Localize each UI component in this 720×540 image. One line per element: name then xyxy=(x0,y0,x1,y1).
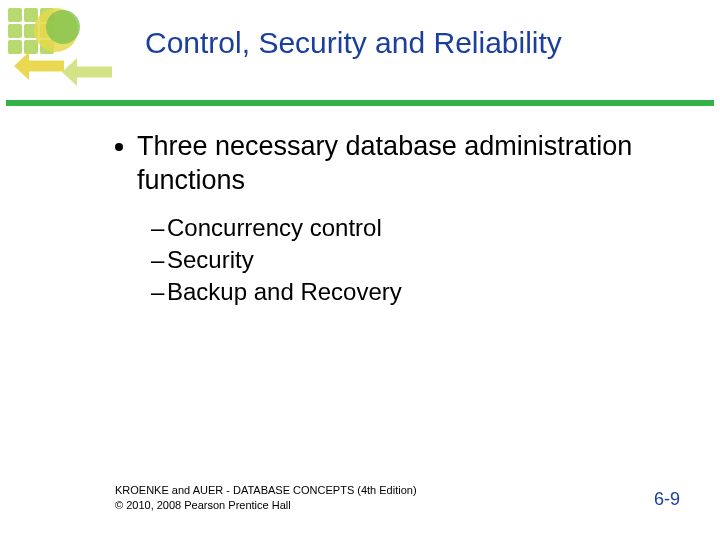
sub-bullet-1-text: Concurrency control xyxy=(167,214,382,241)
page-number: 6-9 xyxy=(654,489,680,510)
logo-graphic xyxy=(6,6,116,96)
dash-icon: – xyxy=(151,212,167,244)
slide-title: Control, Security and Reliability xyxy=(145,26,690,60)
footer-citation: KROENKE and AUER - DATABASE CONCEPTS (4t… xyxy=(115,483,417,512)
divider-rule xyxy=(6,100,714,106)
logo-circle-green xyxy=(46,10,80,44)
logo-arrow-left-2 xyxy=(62,58,112,86)
sub-bullet-2-text: Security xyxy=(167,246,254,273)
footer-line-1: KROENKE and AUER - DATABASE CONCEPTS (4t… xyxy=(115,483,417,497)
logo-arrow-left-1 xyxy=(14,52,64,80)
bullet-main: Three necessary database administration … xyxy=(115,130,670,198)
sub-bullet-3: –Backup and Recovery xyxy=(151,276,670,308)
sub-bullet-2: –Security xyxy=(151,244,670,276)
footer-line-2: © 2010, 2008 Pearson Prentice Hall xyxy=(115,498,417,512)
dash-icon: – xyxy=(151,276,167,308)
slide: Control, Security and Reliability Three … xyxy=(0,0,720,540)
bullet-dot-icon xyxy=(115,143,123,151)
content-area: Three necessary database administration … xyxy=(115,130,670,309)
sub-bullet-3-text: Backup and Recovery xyxy=(167,278,402,305)
bullet-main-text: Three necessary database administration … xyxy=(137,130,670,198)
sub-bullet-list: –Concurrency control –Security –Backup a… xyxy=(151,212,670,309)
sub-bullet-1: –Concurrency control xyxy=(151,212,670,244)
dash-icon: – xyxy=(151,244,167,276)
